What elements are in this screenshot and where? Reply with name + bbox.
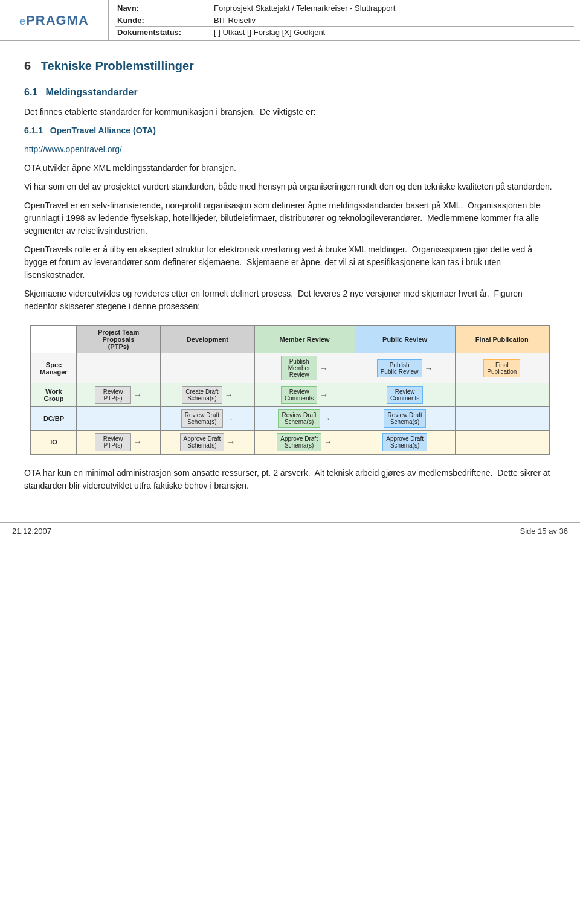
- section-heading: 6 Tekniske Problemstillinger: [24, 59, 556, 73]
- col-header-member: Member Review: [254, 326, 355, 353]
- cell-spec-public: PublishPublic Review →: [355, 353, 455, 383]
- table-row: WorkGroup ReviewPTP(s) → Create DraftSch…: [31, 383, 549, 407]
- cell-io-public: Approve DraftSchema(s): [355, 431, 455, 454]
- para-5: Skjemaene videreutvikles og revideres et…: [24, 287, 556, 313]
- row-label-dc: DC/BP: [31, 407, 77, 431]
- io-review-ptp: ReviewPTP(s): [95, 433, 131, 451]
- document-footer: 21.12.2007 Side 15 av 36: [0, 522, 580, 539]
- dc-review-draft-2: Review DraftSchema(s): [278, 409, 320, 428]
- cell-spec-ptp: [76, 353, 160, 383]
- header-value-navn: Forprosjekt Skattejakt / Telemarkreiser …: [211, 2, 574, 14]
- cell-spec-dev: [161, 353, 254, 383]
- dc-review-draft-3: Review DraftSchema(s): [384, 409, 425, 428]
- cell-dc-final: [455, 407, 549, 431]
- col-header-dev: Development: [161, 326, 254, 353]
- arrow-icon: →: [225, 390, 233, 400]
- row-label-spec: SpecManager: [31, 353, 77, 383]
- io-approve-draft-2: Approve DraftSchema(s): [277, 433, 321, 451]
- cell-work-ptp: ReviewPTP(s) →: [76, 383, 160, 407]
- header-label-kunde: Kunde:: [115, 14, 211, 27]
- para-1: OTA utvikler åpne XML meldingsstandarder…: [24, 162, 556, 175]
- cell-dc-ptp: [76, 407, 160, 431]
- cell-io-dev: Approve DraftSchema(s) →: [161, 431, 254, 454]
- arrow-icon: →: [323, 414, 331, 423]
- arrow-icon: →: [134, 390, 142, 400]
- header-value-status: [ ] Utkast [] Forslag [X] Godkjent: [211, 27, 574, 39]
- spec-final-pub: FinalPublication: [483, 359, 520, 377]
- col-header-public: Public Review: [355, 326, 455, 353]
- subsection-heading: 6.1 Meldingsstandarder: [24, 85, 556, 100]
- spec-publish-public: PublishPublic Review: [377, 359, 422, 377]
- arrow-icon: →: [134, 437, 142, 447]
- header-label-navn: Navn:: [115, 2, 211, 14]
- para-2: Vi har som en del av prosjektet vurdert …: [24, 181, 556, 193]
- table-row: DC/BP Review DraftSchema(s) → Review Dra…: [31, 407, 549, 431]
- cell-dc-public: Review DraftSchema(s): [355, 407, 455, 431]
- row-label-work: WorkGroup: [31, 383, 77, 407]
- subsection-number: 6.1: [24, 87, 37, 97]
- para-3: OpenTravel er en selv-finansierende, non…: [24, 199, 556, 237]
- header-value-kunde: BIT Reiseliv: [211, 14, 574, 27]
- table-row: IO ReviewPTP(s) → Approve DraftSchema(s)…: [31, 431, 549, 454]
- col-header-final: Final Publication: [455, 326, 549, 353]
- cell-dc-dev: Review DraftSchema(s) →: [161, 407, 254, 431]
- logo: ePRAGMA: [0, 0, 109, 40]
- row-label-io: IO: [31, 431, 77, 454]
- para-4: OpenTravels rolle er å tilby en aksepter…: [24, 243, 556, 281]
- cell-dc-member: Review DraftSchema(s) →: [254, 407, 355, 431]
- dc-review-draft-1: Review DraftSchema(s): [181, 409, 223, 428]
- subsection-61: 6.1 Meldingsstandarder Det finnes etable…: [24, 85, 556, 313]
- cell-work-dev: Create DraftSchema(s) →: [161, 383, 254, 407]
- cell-work-public: ReviewComments: [355, 383, 455, 407]
- io-approve-draft-3: Approve DraftSchema(s): [382, 433, 427, 451]
- subsubsection-number: 6.1.1: [24, 126, 43, 135]
- para-post-1: OTA har kun en minimal administrasjon so…: [24, 467, 556, 492]
- subsubsection-heading: 6.1.1 OpenTravel Alliance (OTA): [24, 124, 556, 137]
- arrow-icon: →: [320, 390, 328, 400]
- document-header: ePRAGMA Navn: Forprosjekt Skattejakt / T…: [0, 0, 580, 41]
- subsubsection-title: OpenTravel Alliance (OTA): [50, 126, 156, 135]
- col-header-ptp: Project TeamProposals(PTPs): [76, 326, 160, 353]
- footer-date: 21.12.2007: [12, 527, 51, 536]
- col-header-empty: [31, 326, 77, 353]
- cell-spec-member: PublishMemberReview →: [254, 353, 355, 383]
- cell-spec-final: FinalPublication: [455, 353, 549, 383]
- header-label-status: Dokumentstatus:: [115, 27, 211, 39]
- process-diagram: Project TeamProposals(PTPs) Development …: [30, 325, 550, 455]
- section-number: 6: [24, 59, 31, 72]
- cell-work-final: [455, 383, 549, 407]
- subsection-intro: Det finnes etablerte standarder for komm…: [24, 106, 556, 118]
- work-create-draft: Create DraftSchema(s): [182, 386, 222, 404]
- arrow-icon: →: [320, 364, 328, 373]
- arrow-icon: →: [225, 414, 234, 423]
- cell-io-ptp: ReviewPTP(s) →: [76, 431, 160, 454]
- header-info: Navn: Forprosjekt Skattejakt / Telemarkr…: [109, 0, 580, 40]
- spec-publish-member: PublishMemberReview: [281, 356, 317, 380]
- logo-text: ePRAGMA: [19, 13, 89, 28]
- table-row: SpecManager PublishMemberReview → Publis…: [31, 353, 549, 383]
- work-review-comments-2: ReviewComments: [387, 386, 423, 404]
- main-content: 6 Tekniske Problemstillinger 6.1 Melding…: [0, 41, 580, 510]
- arrow-icon: →: [324, 437, 332, 447]
- work-review-comments-1: ReviewComments: [281, 386, 317, 404]
- ota-url[interactable]: http://www.opentravel.org/: [24, 143, 556, 156]
- cell-io-member: Approve DraftSchema(s) →: [254, 431, 355, 454]
- io-approve-draft-1: Approve DraftSchema(s): [180, 433, 225, 451]
- arrow-icon: →: [425, 364, 433, 373]
- work-review-ptp: ReviewPTP(s): [95, 386, 131, 404]
- footer-page: Side 15 av 36: [520, 527, 568, 536]
- ota-link[interactable]: http://www.opentravel.org/: [24, 144, 122, 154]
- cell-io-final: [455, 431, 549, 454]
- section-title: Tekniske Problemstillinger: [41, 59, 194, 72]
- arrow-icon: →: [227, 437, 235, 447]
- subsection-title: Meldingsstandarder: [46, 87, 138, 97]
- cell-work-member: ReviewComments →: [254, 383, 355, 407]
